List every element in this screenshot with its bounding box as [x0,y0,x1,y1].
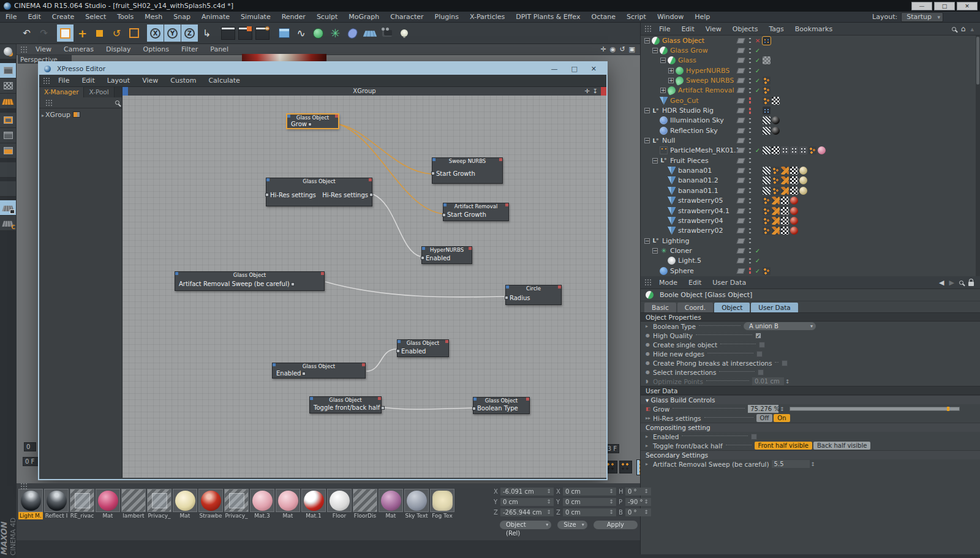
history-back-icon[interactable]: ◀ [939,279,944,287]
material-swatch[interactable]: Mat [173,489,197,519]
grow-value-field[interactable]: 75.276 % [748,405,778,413]
enable-state-icon[interactable] [754,268,761,274]
render-settings-icon[interactable] [254,25,271,42]
layer-swatch[interactable] [737,178,745,183]
xpresso-tab[interactable]: X-Pool [84,87,114,97]
object-manager-menu-item[interactable]: Tags [763,23,789,36]
search-icon[interactable] [115,100,119,105]
material-name[interactable]: Fog Tex [430,512,454,519]
apply-button[interactable]: Apply [594,521,638,529]
menu-item[interactable]: Help [689,13,715,21]
xgroup-header[interactable]: XGroup ✛ ↧ [123,87,606,96]
object-name[interactable]: HDR Studio Rig [662,107,714,115]
object-row[interactable]: banana01.1 [641,186,980,195]
history-forward-icon[interactable]: ▶ [949,279,954,287]
home-icon[interactable]: ⌂ [961,25,966,33]
layer-swatch[interactable] [737,258,745,263]
object-row[interactable]: ParticleMesh_RK01.1 [641,146,980,156]
node-input-port[interactable]: Hi-Res settings [270,192,316,198]
lock-y-icon[interactable]: Y [164,25,181,42]
layer-swatch[interactable] [737,188,745,194]
material-name[interactable]: FloorDis [353,512,377,519]
grip-icon[interactable] [43,77,50,85]
visibility-dots[interactable] [748,217,752,224]
expand-toggle[interactable] [644,138,650,143]
node-input-port[interactable]: Start Growth [447,211,486,218]
material-swatch[interactable]: Mat.1 [301,489,326,519]
xpresso-node[interactable]: Glass Object Enabled [272,363,366,379]
sep[interactable] [271,25,275,42]
xpresso-node[interactable]: Glass Object Artifact Removal Sweep (be … [175,271,325,291]
model-tool-icon[interactable] [0,44,16,59]
object-manager-menu-item[interactable]: File [654,23,676,36]
scrollbar-thumb[interactable] [976,37,979,85]
menu-item[interactable]: Simulate [235,13,276,21]
xpresso-menu-item[interactable]: Calculate [202,75,246,87]
light-icon[interactable] [396,25,412,42]
object-tag[interactable] [763,116,771,124]
object-tag[interactable] [763,227,771,235]
object-row[interactable]: banana01.2 [641,176,980,186]
close-button[interactable]: ✕ [957,2,978,10]
material-swatch[interactable]: Mat.3 [250,489,274,519]
grip-icon[interactable] [644,25,652,32]
menu-item[interactable]: File [0,13,22,21]
node-input-port[interactable]: Start Growth [436,170,475,177]
rotate-icon[interactable]: ↺ [108,25,125,42]
attribute-menu-item[interactable]: Edit [683,276,707,289]
object-tag[interactable] [763,207,771,215]
xpresso-titlebar[interactable]: XPresso Editor — □ ✕ [39,62,606,75]
menu-item[interactable]: Window [652,13,689,21]
object-tag[interactable] [772,176,780,184]
grip-icon[interactable] [20,483,28,490]
material-name[interactable]: Floor [327,512,352,519]
viewport-toggle-icon[interactable]: ▣ [629,45,635,53]
object-tag[interactable] [772,207,780,215]
xpresso-tree-item[interactable]: XGroup [45,111,70,119]
visibility-dots[interactable] [748,67,752,74]
material-swatch[interactable]: lambert [121,489,146,519]
coordinate-input[interactable]: 0 cm↕ [563,488,616,496]
expand-toggle[interactable] [668,68,674,74]
material-name[interactable]: RE_rivac [70,512,94,519]
material-swatch[interactable]: Reflect I [44,489,69,519]
primitive-cube-icon[interactable] [276,25,292,42]
expand-toggle[interactable] [652,48,658,53]
xpresso-maximize-button[interactable]: □ [571,65,577,73]
object-row[interactable]: Glass Object [641,36,980,45]
attribute-menu-item[interactable]: Mode [654,276,683,289]
menu-item[interactable]: Octane [586,13,621,21]
enable-state-icon[interactable] [754,147,761,154]
select-intersections-checkbox[interactable] [758,369,764,375]
object-row[interactable]: strawberry04.1 [641,206,980,216]
xpresso-node[interactable]: Sweep NURBS Start Growth [432,157,503,184]
sep[interactable] [216,25,219,42]
object-name[interactable]: banana01.2 [678,176,718,184]
object-tag[interactable] [790,176,798,184]
node-input-port[interactable]: Enabled [426,255,450,262]
object-tag[interactable] [763,77,771,85]
xpresso-menu-item[interactable]: Custom [164,75,202,87]
attribute-tab[interactable]: Basic [644,303,676,312]
layer-swatch[interactable] [737,78,745,83]
lock-x-icon[interactable]: X [147,25,164,42]
attribute-tab[interactable]: Object [714,303,750,312]
visibility-dots[interactable] [748,87,752,94]
path-up-icon[interactable]: ▴ [970,25,974,33]
layer-swatch[interactable] [737,218,745,224]
visibility-dots[interactable] [748,37,752,44]
uv-mode-icon[interactable] [0,94,16,109]
menu-item[interactable]: Render [276,13,311,21]
visibility-dots[interactable] [748,177,752,184]
object-tag[interactable] [763,107,771,115]
coord-size-dropdown[interactable]: Size [557,521,587,529]
material-name[interactable]: Mat [276,512,300,519]
grow-slider-handle[interactable] [947,407,949,411]
menu-item[interactable]: Snap [168,13,196,21]
object-tag[interactable] [799,146,807,154]
visibility-dots[interactable] [748,227,752,235]
object-manager-menu-item[interactable]: Bookmarks [790,23,838,36]
enable-state-icon[interactable] [754,77,761,84]
xpresso-node[interactable]: Circle Radius [505,285,562,305]
optimize-points-field[interactable]: 0.01 cm [752,377,784,385]
